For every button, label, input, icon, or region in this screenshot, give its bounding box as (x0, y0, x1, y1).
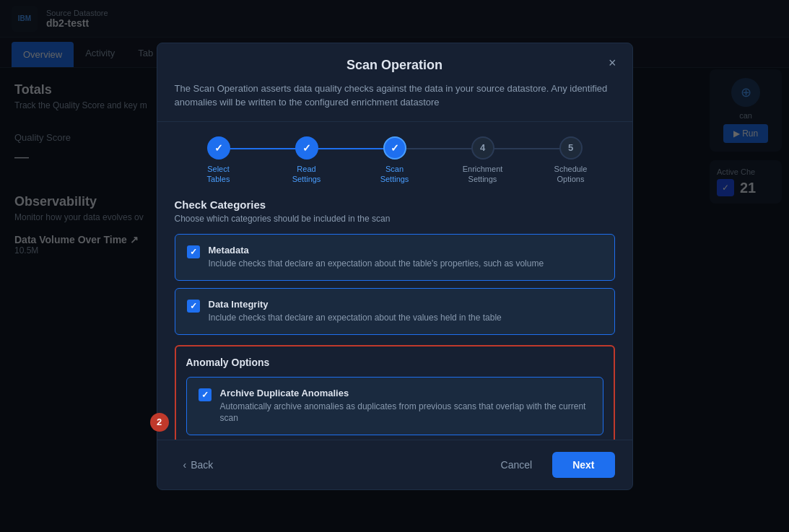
anomaly-options-section: Anomaly Options ✓ Archive Duplicate Anom… (175, 345, 615, 440)
data-integrity-check-card[interactable]: ✓ Data Integrity Include checks that dec… (175, 288, 615, 335)
step-schedule-options: 5 ScheduleOptions (527, 136, 615, 185)
step-scan-settings: ✓ ScanSettings (351, 136, 439, 185)
archive-duplicates-text: Archive Duplicate Anomalies Automaticall… (220, 388, 591, 425)
modal-overlay: Scan Operation The Scan Operation assert… (0, 0, 789, 532)
archive-duplicates-desc: Automatically archive anomalies as dupli… (220, 401, 591, 425)
step-3-circle: ✓ (383, 136, 406, 160)
modal-title: Scan Operation (175, 58, 615, 73)
metadata-checkmark: ✓ (190, 247, 197, 257)
step-5-num: 5 (568, 142, 573, 153)
check-categories-heading: Check Categories (175, 199, 615, 211)
anomaly-options-heading: Anomaly Options (186, 357, 603, 368)
red-badge: 2 (150, 413, 169, 432)
next-button[interactable]: Next (552, 452, 614, 478)
back-button[interactable]: ‹ Back (175, 453, 222, 476)
archive-duplicates-title: Archive Duplicate Anomalies (220, 388, 591, 398)
step-4-num: 4 (480, 142, 485, 153)
modal-body: Check Categories Choose which categories… (157, 184, 632, 439)
step-2-circle: ✓ (295, 136, 318, 160)
modal-close-button[interactable]: × (604, 55, 621, 71)
step-3-check: ✓ (391, 142, 399, 154)
cancel-button[interactable]: Cancel (489, 453, 544, 476)
back-chevron: ‹ (183, 459, 187, 471)
back-label: Back (191, 459, 213, 471)
data-integrity-check-text: Data Integrity Include checks that decla… (209, 299, 603, 324)
stepper: ✓ SelectTables ✓ ReadSettings ✓ ScanSett… (157, 122, 632, 185)
data-integrity-title: Data Integrity (209, 299, 603, 310)
modal-description: The Scan Operation asserts data quality … (175, 82, 615, 110)
step-5-label: ScheduleOptions (554, 164, 588, 185)
archive-duplicates-checkmark: ✓ (201, 390, 209, 400)
modal-footer: ‹ Back Cancel Next (157, 440, 632, 489)
modal-header: Scan Operation The Scan Operation assert… (157, 43, 632, 122)
data-integrity-checkmark: ✓ (190, 301, 197, 311)
step-1-circle: ✓ (207, 136, 230, 160)
step-select-tables: ✓ SelectTables (175, 136, 263, 185)
step-4-circle: 4 (471, 136, 494, 160)
data-integrity-desc: Include checks that declare an expectati… (209, 312, 603, 324)
step-4-label: EnrichmentSettings (463, 164, 503, 185)
data-integrity-checkbox[interactable]: ✓ (187, 300, 200, 313)
metadata-check-card[interactable]: ✓ Metadata Include checks that declare a… (175, 234, 615, 281)
step-enrichment-settings: 4 EnrichmentSettings (439, 136, 527, 185)
step-3-label: ScanSettings (380, 164, 409, 185)
archive-duplicates-card[interactable]: ✓ Archive Duplicate Anomalies Automatica… (186, 377, 603, 436)
scan-operation-modal: Scan Operation The Scan Operation assert… (157, 43, 633, 490)
step-1-label: SelectTables (207, 164, 230, 185)
step-5-circle: 5 (559, 136, 583, 160)
metadata-check-text: Metadata Include checks that declare an … (209, 245, 603, 270)
metadata-desc: Include checks that declare an expectati… (209, 258, 603, 270)
step-read-settings: ✓ ReadSettings (263, 136, 351, 185)
metadata-checkbox[interactable]: ✓ (187, 245, 200, 258)
check-categories-hint: Choose which categories should be includ… (175, 214, 615, 224)
archive-duplicates-checkbox[interactable]: ✓ (199, 388, 212, 401)
metadata-title: Metadata (209, 245, 603, 256)
step-2-label: ReadSettings (292, 164, 321, 185)
step-1-check: ✓ (214, 142, 223, 154)
footer-right: Cancel Next (489, 452, 615, 478)
step-2-check: ✓ (302, 142, 311, 154)
